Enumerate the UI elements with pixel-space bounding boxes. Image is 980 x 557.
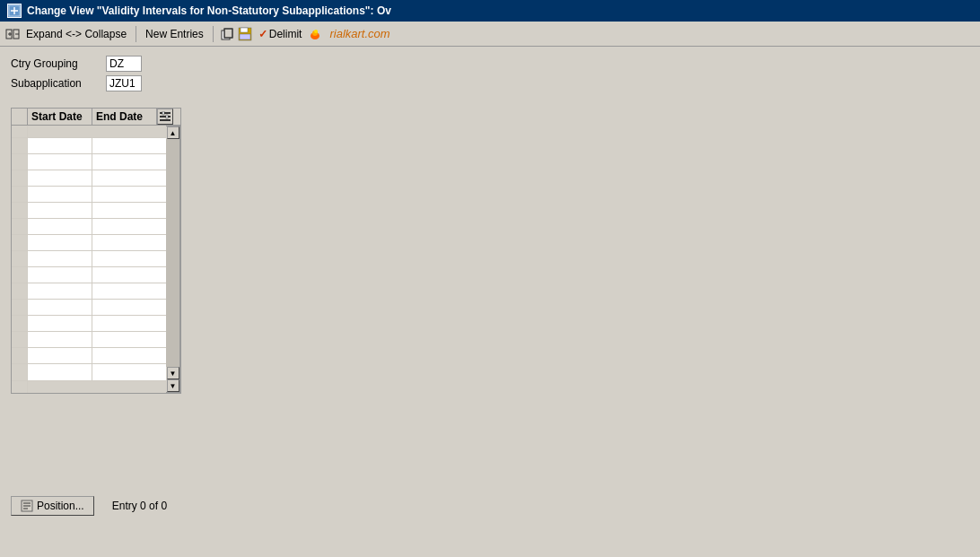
table-row[interactable] xyxy=(12,219,166,235)
cell-end-date[interactable] xyxy=(92,283,157,299)
row-selector[interactable] xyxy=(12,235,28,250)
col-header-end-date: End Date xyxy=(92,109,157,125)
watermark: rialkart.com xyxy=(329,27,389,40)
table-row[interactable] xyxy=(12,332,166,348)
table-row[interactable] xyxy=(12,348,166,364)
cell-end-date[interactable] xyxy=(92,316,157,331)
cell-start-date[interactable] xyxy=(28,219,92,234)
row-selector[interactable] xyxy=(12,187,28,202)
cell-end-date[interactable] xyxy=(92,138,157,153)
cell-start-date[interactable] xyxy=(28,187,92,202)
cell-start-date[interactable] xyxy=(28,348,92,363)
cell-end-date[interactable] xyxy=(92,187,157,202)
vertical-scrollbar[interactable]: ▲ ▼ ▼ xyxy=(166,126,180,393)
table-row[interactable] xyxy=(12,138,166,154)
cell-end-date[interactable] xyxy=(92,251,157,266)
table-row[interactable] xyxy=(12,154,166,170)
table-row[interactable] xyxy=(12,170,166,187)
new-entries-button[interactable]: New Entries xyxy=(143,27,206,41)
entry-info: Entry 0 of 0 xyxy=(112,500,167,512)
cell-end-date[interactable] xyxy=(92,332,157,347)
cell-start-date[interactable] xyxy=(28,332,92,347)
position-button[interactable]: Position... xyxy=(11,496,94,516)
cell-start-date[interactable] xyxy=(28,170,92,186)
svg-rect-18 xyxy=(160,116,171,117)
cell-end-date[interactable] xyxy=(92,170,157,186)
cell-start-date[interactable] xyxy=(28,154,92,170)
row-selector[interactable] xyxy=(12,348,28,363)
toolbar: Expand <-> Collapse New Entries ✓ Delimi… xyxy=(0,22,980,47)
cell-start-date[interactable] xyxy=(28,300,92,315)
cell-end-date[interactable] xyxy=(92,219,157,234)
table-row[interactable] xyxy=(12,316,166,332)
column-settings-button[interactable] xyxy=(157,109,173,125)
table-row[interactable] xyxy=(12,203,166,219)
table-row[interactable] xyxy=(12,267,166,283)
cell-start-date[interactable] xyxy=(28,203,92,218)
row-selector[interactable] xyxy=(12,332,28,347)
row-selector[interactable] xyxy=(12,316,28,331)
row-selector[interactable] xyxy=(12,364,28,380)
save-icon[interactable] xyxy=(238,27,252,41)
svg-rect-9 xyxy=(224,29,232,38)
subapplication-row: Subapplication xyxy=(11,75,969,91)
row-selector[interactable] xyxy=(12,170,28,186)
svg-rect-21 xyxy=(166,115,168,118)
table-row[interactable] xyxy=(12,187,166,203)
subapplication-input[interactable] xyxy=(106,75,142,91)
subapplication-label: Subapplication xyxy=(11,77,101,90)
cell-end-date[interactable] xyxy=(92,203,157,218)
info-icon[interactable] xyxy=(308,27,322,41)
table-row[interactable] xyxy=(12,283,166,300)
delimit-button[interactable]: ✓ Delimit xyxy=(256,27,305,41)
row-selector[interactable] xyxy=(12,219,28,234)
cell-start-date[interactable] xyxy=(28,316,92,331)
table-row[interactable] xyxy=(12,300,166,316)
row-selector[interactable] xyxy=(12,251,28,266)
table-row[interactable] xyxy=(12,251,166,267)
cell-start-date[interactable] xyxy=(28,267,92,283)
cell-end-date[interactable] xyxy=(92,348,157,363)
table-row[interactable] xyxy=(12,364,166,380)
svg-rect-12 xyxy=(241,28,248,32)
expand-collapse-button[interactable]: Expand <-> Collapse xyxy=(23,27,129,41)
row-selector[interactable] xyxy=(12,203,28,218)
cell-end-date[interactable] xyxy=(92,154,157,170)
expand-icon xyxy=(5,27,20,41)
content-area: Ctry Grouping Subapplication Start Date … xyxy=(0,47,980,403)
app-icon xyxy=(7,4,22,18)
cell-end-date[interactable] xyxy=(92,235,157,250)
row-selector[interactable] xyxy=(12,283,28,299)
row-selector[interactable] xyxy=(12,138,28,153)
ctry-grouping-label: Ctry Grouping xyxy=(11,57,101,70)
position-icon xyxy=(21,500,33,512)
cell-start-date[interactable] xyxy=(28,235,92,250)
cell-end-date[interactable] xyxy=(92,364,157,380)
table-body xyxy=(12,138,166,380)
scroll-down-bottom-button[interactable]: ▼ xyxy=(167,379,179,392)
cell-start-date[interactable] xyxy=(28,283,92,299)
cell-start-date[interactable] xyxy=(28,364,92,380)
svg-rect-13 xyxy=(240,34,250,39)
data-table-wrapper: Start Date End Date xyxy=(11,108,969,394)
position-button-label: Position... xyxy=(37,500,84,512)
cell-end-date[interactable] xyxy=(92,267,157,283)
row-selector[interactable] xyxy=(12,267,28,283)
toolbar-sep-1 xyxy=(136,26,136,42)
ctry-grouping-input[interactable] xyxy=(106,56,142,72)
col-header-start-date: Start Date xyxy=(28,109,92,125)
svg-rect-19 xyxy=(160,119,171,121)
cell-end-date[interactable] xyxy=(92,300,157,315)
svg-rect-17 xyxy=(160,112,171,114)
svg-point-16 xyxy=(314,30,318,33)
row-selector[interactable] xyxy=(12,154,28,170)
scroll-down-button[interactable]: ▼ xyxy=(167,367,179,379)
scroll-up-button[interactable]: ▲ xyxy=(167,126,179,139)
copy-icon[interactable] xyxy=(220,27,234,41)
row-selector[interactable] xyxy=(12,300,28,315)
scroll-track[interactable] xyxy=(166,139,179,367)
cell-start-date[interactable] xyxy=(28,251,92,266)
delimit-check: ✓ xyxy=(258,28,267,40)
cell-start-date[interactable] xyxy=(28,138,92,153)
table-row[interactable] xyxy=(12,235,166,251)
